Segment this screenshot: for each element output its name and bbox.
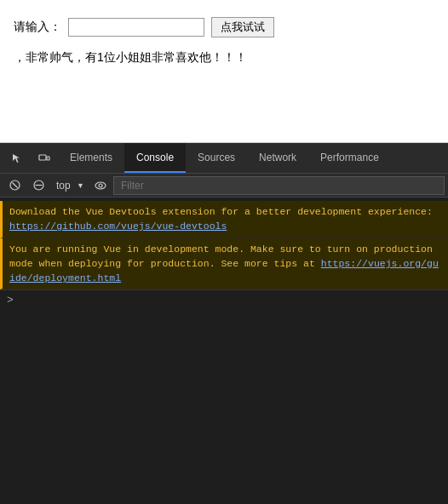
devtools-panel: Elements Console Sources Network Perform…: [0, 143, 448, 504]
console-prompt: >: [7, 294, 14, 306]
svg-rect-0: [39, 155, 46, 160]
devtools-toolbar: Elements Console Sources Network Perform…: [0, 143, 448, 174]
eye-icon[interactable]: [89, 175, 112, 196]
block-icon[interactable]: [27, 175, 49, 196]
console-output[interactable]: Download the Vue Devtools extension for …: [0, 198, 448, 504]
try-button[interactable]: 点我试试: [211, 17, 274, 37]
input-row: 请输入： 点我试试: [14, 17, 434, 37]
console-input-row: >: [0, 289, 448, 310]
message-text-vue: You are running Vue in development mode.…: [9, 242, 441, 286]
tab-network[interactable]: Network: [247, 143, 308, 173]
context-select-input[interactable]: top: [51, 176, 88, 195]
filter-input[interactable]: [113, 176, 445, 195]
page-input[interactable]: [68, 18, 204, 37]
console-input[interactable]: [19, 295, 441, 306]
tab-performance[interactable]: Performance: [308, 143, 391, 173]
page-description: ，非常帅气，有1位小姐姐非常喜欢他！！！: [14, 48, 434, 66]
message-text: Download the Vue Devtools extension for …: [9, 204, 441, 234]
console-toolbar: top ▼: [0, 174, 448, 198]
svg-rect-1: [47, 157, 49, 160]
tab-console[interactable]: Console: [124, 143, 186, 173]
tab-elements[interactable]: Elements: [58, 143, 124, 173]
devtools-tabs: Elements Console Sources Network Perform…: [58, 143, 445, 173]
console-message-devtools: Download the Vue Devtools extension for …: [0, 201, 448, 238]
context-selector[interactable]: top ▼: [51, 176, 88, 195]
svg-line-3: [12, 183, 17, 188]
clear-console-icon[interactable]: [3, 175, 26, 196]
input-label: 请输入：: [14, 20, 61, 35]
svg-point-6: [95, 182, 106, 189]
console-message-vue: You are running Vue in development mode.…: [0, 238, 448, 290]
device-toggle-icon[interactable]: [31, 145, 58, 172]
svg-point-7: [99, 184, 102, 187]
devtools-link[interactable]: https://github.com/vuejs/vue-devtools: [9, 220, 227, 232]
select-element-icon[interactable]: [3, 145, 31, 172]
page-content: 请输入： 点我试试 ，非常帅气，有1位小姐姐非常喜欢他！！！: [0, 0, 448, 143]
tab-sources[interactable]: Sources: [186, 143, 247, 173]
